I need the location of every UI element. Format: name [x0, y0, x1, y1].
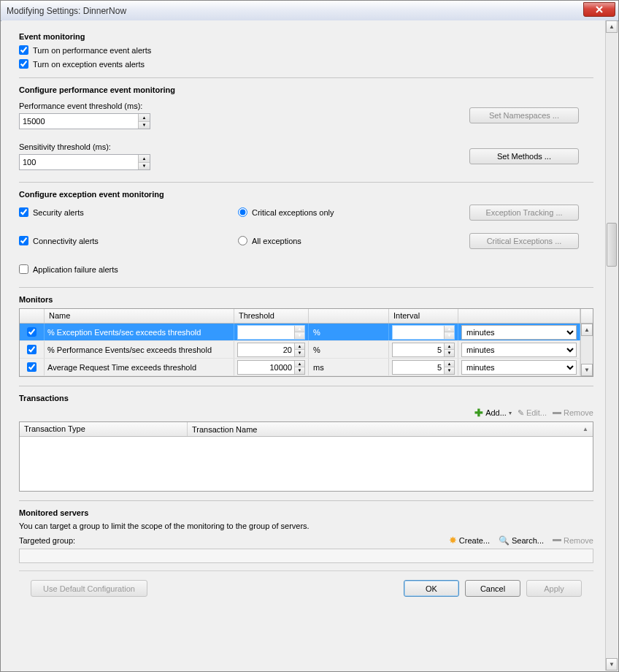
servers-remove-button[interactable]: Remove — [553, 536, 593, 545]
scroll-down-icon[interactable]: ▼ — [606, 658, 618, 671]
spin-down-icon[interactable]: ▼ — [445, 350, 454, 356]
radio-critical-only[interactable] — [238, 207, 247, 217]
spinbox-perf-threshold[interactable]: ▲▼ — [19, 113, 150, 129]
monitor-unit: ms — [312, 363, 385, 372]
monitor-threshold-input[interactable] — [238, 361, 294, 374]
checkbox-connectivity-alerts[interactable] — [19, 236, 28, 245]
col-threshold[interactable]: Threshold — [234, 309, 309, 323]
monitor-interval-spin[interactable]: ▲▼ — [392, 325, 455, 340]
monitor-threshold-spin[interactable]: ▲▼ — [237, 360, 305, 375]
monitor-interval-input[interactable] — [393, 326, 444, 339]
col-tx-name[interactable]: Transaction Name▲ — [188, 422, 593, 436]
col-interval[interactable]: Interval — [389, 309, 458, 323]
servers-search-button[interactable]: 🔍Search... — [499, 535, 544, 546]
radio-all-exceptions[interactable] — [238, 236, 247, 245]
ok-button[interactable]: OK — [404, 580, 459, 597]
checkbox-perf-alerts[interactable] — [19, 45, 28, 55]
input-sensitivity[interactable] — [20, 155, 138, 169]
scroll-up-icon[interactable]: ▲ — [606, 20, 618, 33]
label-appfail-alerts: Application failure alerts — [33, 265, 118, 274]
targeted-group-field[interactable] — [19, 549, 593, 563]
monitor-interval-spin[interactable]: ▲▼ — [392, 360, 455, 375]
monitor-interval-spin[interactable]: ▲▼ — [392, 343, 455, 357]
scroll-down-icon[interactable]: ▼ — [581, 364, 593, 376]
monitor-name: Average Request Time exceeds threshold — [45, 359, 234, 375]
col-unit — [309, 309, 389, 323]
monitor-interval-unit-select[interactable]: minutes — [461, 343, 577, 357]
monitor-interval-unit-select[interactable]: minutes — [461, 360, 577, 375]
checkbox-exc-alerts[interactable] — [19, 59, 28, 69]
spin-down-icon[interactable]: ▼ — [295, 350, 304, 356]
scroll-up-icon[interactable]: ▲ — [581, 324, 593, 336]
window-title: Modifying Settings: DinnerNow — [7, 6, 126, 16]
chevron-down-icon: ▾ — [509, 410, 512, 416]
separator — [19, 500, 593, 501]
monitor-threshold-input[interactable] — [238, 343, 294, 356]
titlebar[interactable]: Modifying Settings: DinnerNow — [1, 1, 618, 21]
spin-up-icon[interactable]: ▲ — [445, 343, 454, 351]
section-exc-monitoring: Configure exception event monitoring — [19, 190, 593, 199]
critical-exceptions-button[interactable]: Critical Exceptions ... — [469, 233, 579, 249]
monitor-interval-input[interactable] — [393, 361, 444, 374]
set-namespaces-button[interactable]: Set Namespaces ... — [469, 107, 579, 123]
monitor-row[interactable]: Average Request Time exceeds threshold▲▼… — [20, 359, 580, 376]
transactions-add-button[interactable]: ✚Add...▾ — [474, 407, 512, 419]
dialog-footer: Use Default Configuration OK Cancel Appl… — [19, 570, 593, 606]
spin-down-icon[interactable]: ▼ — [445, 367, 454, 374]
spin-down-icon[interactable]: ▼ — [295, 332, 304, 339]
use-default-config-button[interactable]: Use Default Configuration — [31, 580, 147, 597]
minus-icon — [553, 412, 561, 414]
spin-up-icon[interactable]: ▲ — [295, 326, 304, 333]
label-perf-alerts: Turn on performance event alerts — [33, 46, 151, 55]
apply-button[interactable]: Apply — [526, 580, 582, 597]
window-close-button[interactable] — [583, 2, 615, 17]
spinbox-sensitivity[interactable]: ▲▼ — [19, 154, 150, 170]
set-methods-button[interactable]: Set Methods ... — [469, 148, 579, 164]
monitor-name: % Performance Events/sec exceeds thresho… — [45, 341, 234, 358]
transactions-remove-button[interactable]: Remove — [553, 408, 593, 417]
monitor-row[interactable]: % Performance Events/sec exceeds thresho… — [20, 341, 580, 359]
col-tx-type[interactable]: Transaction Type — [20, 422, 188, 436]
scroll-track[interactable] — [606, 33, 618, 658]
transactions-edit-button[interactable]: ✎Edit... — [518, 408, 547, 418]
monitor-row-checkbox[interactable] — [27, 362, 36, 372]
spin-up-icon[interactable]: ▲ — [139, 155, 150, 163]
checkbox-appfail-alerts[interactable] — [19, 264, 28, 274]
section-perf-monitoring: Configure performance event monitoring — [19, 85, 593, 94]
spin-up-icon[interactable]: ▲ — [139, 114, 150, 122]
separator — [19, 77, 593, 78]
spin-down-icon[interactable]: ▼ — [295, 367, 304, 374]
cancel-button[interactable]: Cancel — [465, 580, 520, 597]
monitor-row-checkbox[interactable] — [27, 345, 36, 354]
monitors-table: Name Threshold Interval % Exception Even… — [19, 308, 593, 377]
monitor-threshold-spin[interactable]: ▲▼ — [237, 325, 305, 340]
checkbox-security-alerts[interactable] — [19, 207, 28, 217]
label-sensitivity: Sensitivity threshold (ms): — [19, 142, 238, 151]
servers-create-button[interactable]: ✸Create... — [449, 535, 490, 546]
spin-up-icon[interactable]: ▲ — [445, 361, 454, 368]
scroll-thumb[interactable] — [607, 223, 617, 267]
monitor-row[interactable]: % Exception Events/sec exceeds threshold… — [20, 324, 580, 341]
spin-up-icon[interactable]: ▲ — [295, 361, 304, 368]
spin-down-icon[interactable]: ▼ — [139, 122, 150, 129]
monitor-row-checkbox[interactable] — [27, 327, 36, 337]
label-security-alerts: Security alerts — [33, 208, 84, 217]
monitor-interval-input[interactable] — [393, 343, 444, 356]
monitor-interval-unit-select[interactable]: minutes — [461, 325, 577, 340]
monitor-threshold-input[interactable] — [238, 326, 294, 339]
input-perf-threshold[interactable] — [20, 114, 138, 129]
monitors-scrollbar[interactable]: ▲ ▼ — [580, 324, 593, 376]
spin-up-icon[interactable]: ▲ — [295, 343, 304, 351]
monitor-threshold-spin[interactable]: ▲▼ — [237, 343, 305, 357]
col-check[interactable] — [20, 309, 45, 323]
spin-down-icon[interactable]: ▼ — [139, 163, 150, 170]
col-interval-unit — [458, 309, 580, 323]
search-icon: 🔍 — [499, 535, 510, 546]
close-icon — [596, 6, 603, 13]
exception-tracking-button[interactable]: Exception Tracking ... — [469, 205, 579, 221]
spin-down-icon[interactable]: ▼ — [445, 332, 454, 339]
separator — [19, 386, 593, 386]
spin-up-icon[interactable]: ▲ — [445, 326, 454, 333]
col-name[interactable]: Name — [45, 309, 234, 323]
dialog-scrollbar[interactable]: ▲ ▼ — [605, 20, 618, 671]
